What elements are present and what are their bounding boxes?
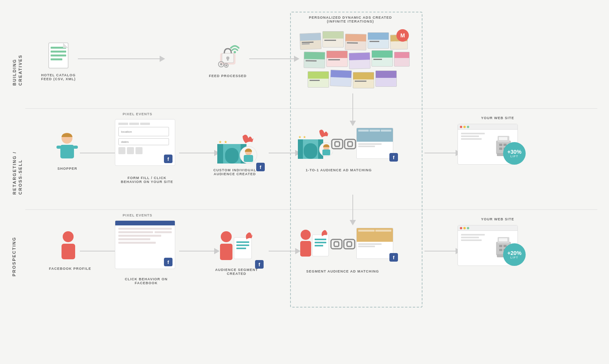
arrow-build-1 xyxy=(78,56,165,62)
arrow-retarg-2 xyxy=(179,150,220,156)
caption-custom-audience: CUSTOM INDIVIDUAL AUDIENCE CREATED xyxy=(209,168,260,176)
lift-label-retarg: LIFT xyxy=(510,155,518,158)
svg-rect-3 xyxy=(51,55,66,56)
arrow-build-2 xyxy=(249,56,299,62)
caption-hotel-feed: HOTEL CATALOG FEED (CSV, XML) xyxy=(41,73,76,81)
caption-your-web-site-2: YOUR WEB SITE xyxy=(466,217,529,221)
svg-rect-20 xyxy=(225,148,239,164)
feed-processed-icon xyxy=(213,41,243,70)
svg-rect-18 xyxy=(73,146,78,149)
svg-rect-55 xyxy=(236,244,249,246)
svg-rect-45 xyxy=(499,144,502,146)
svg-rect-69 xyxy=(499,238,507,241)
svg-text:★: ★ xyxy=(298,135,301,139)
svg-text:★: ★ xyxy=(303,135,306,139)
fb-badge-retarg-audience: f xyxy=(256,163,265,171)
lift-label-prosp: LIFT xyxy=(510,256,518,259)
caption-feed-processed: FEED PROCESSED xyxy=(208,74,247,78)
arrow-retarg-1 xyxy=(80,150,120,156)
svg-point-12 xyxy=(220,63,222,65)
svg-rect-16 xyxy=(60,145,74,158)
svg-rect-61 xyxy=(315,242,326,243)
web-site-card-2: +20% LIFT xyxy=(458,225,518,266)
diagram: BUILDING CREATIVES RETARGETING /CROSS-SE… xyxy=(0,0,609,364)
svg-rect-65 xyxy=(344,239,355,249)
arrow-prosp-2 xyxy=(179,248,220,254)
caption-click-behavior: CLICK BEHAVIOR ON FACEBOOK xyxy=(120,277,172,285)
svg-rect-66 xyxy=(347,242,352,246)
pixel-events-2: PIXEL EVENTS f xyxy=(115,213,175,269)
svg-point-57 xyxy=(301,230,311,240)
arrow-prosp-4 xyxy=(424,248,461,254)
caption-audience-segment: AUDIENCE SEGMENT CREATED xyxy=(214,268,259,276)
audience-segment-icon xyxy=(215,230,254,265)
svg-rect-10 xyxy=(227,58,229,61)
facebook-profile-icon xyxy=(60,230,77,263)
svg-rect-21 xyxy=(217,144,223,164)
prosp-ad-area: f xyxy=(296,228,331,263)
fb-badge-prosp-match: f xyxy=(389,253,398,262)
svg-rect-54 xyxy=(236,241,249,243)
lift-value-retarg: +30% xyxy=(507,149,521,155)
svg-rect-38 xyxy=(335,142,340,146)
svg-rect-64 xyxy=(334,242,339,246)
arrow-retarg-4 xyxy=(424,150,461,156)
web-site-card-1: +30% LIFT xyxy=(458,124,518,165)
label-prospecting: PROSPECTING xyxy=(12,230,16,276)
svg-rect-62 xyxy=(315,245,323,246)
shopper-icon xyxy=(56,132,78,164)
svg-rect-37 xyxy=(332,139,343,149)
label-retargeting: RETARGETING /CROSS-SELL xyxy=(12,125,24,195)
svg-text:★: ★ xyxy=(218,140,222,144)
svg-rect-60 xyxy=(315,239,326,240)
caption-your-web-site-1: YOUR WEB SITE xyxy=(466,116,529,120)
caption-one-to-one: 1-TO-1 AUDIENCE AD MATCHING xyxy=(300,168,378,172)
svg-point-6 xyxy=(234,51,236,53)
svg-rect-63 xyxy=(331,239,342,249)
svg-point-51 xyxy=(221,231,232,242)
svg-rect-47 xyxy=(499,148,502,150)
svg-rect-27 xyxy=(244,155,253,162)
svg-rect-56 xyxy=(236,248,246,249)
svg-rect-29 xyxy=(304,143,317,159)
arrow-prosp-1 xyxy=(80,248,120,254)
personalized-ads-cluster: PERSONALIZED DYNAMIC ADS CREATED (INFINI… xyxy=(296,16,405,91)
caption-form-fill: FORM FILL / CLICK BEHAVIOR ON YOUR SITE xyxy=(117,176,177,184)
custom-audience-icon: ★ ★ xyxy=(215,132,258,165)
label-building: BUILDING CREATIVES xyxy=(12,31,24,86)
caption-shopper: SHOPPER xyxy=(52,167,83,171)
svg-rect-39 xyxy=(345,139,356,149)
fb-badge-retarg-match: f xyxy=(389,153,398,162)
svg-rect-36 xyxy=(322,149,330,155)
svg-rect-50 xyxy=(62,244,75,259)
lift-value-prosp: +20% xyxy=(507,250,521,256)
svg-rect-30 xyxy=(298,139,303,159)
caption-segment-matching: SEGMENT AUDIENCE AD MATCHING xyxy=(300,269,385,273)
svg-rect-17 xyxy=(56,146,61,149)
hotel-feed-icon xyxy=(47,41,70,70)
svg-point-49 xyxy=(63,231,74,242)
pixel-events-1: PIXEL EVENTS location dates f xyxy=(115,112,175,166)
svg-text:★: ★ xyxy=(224,140,227,144)
fb-badge-retarg-form: f xyxy=(164,155,172,163)
svg-rect-58 xyxy=(300,241,311,257)
fb-badge-prosp-segment: f xyxy=(255,260,264,269)
svg-rect-73 xyxy=(499,249,502,251)
svg-point-14 xyxy=(225,65,227,67)
arrow-down-1 xyxy=(350,93,356,126)
svg-rect-43 xyxy=(499,137,507,140)
caption-facebook-profile: FACEBOOK PROFILE xyxy=(47,267,93,271)
svg-rect-52 xyxy=(220,244,232,260)
svg-rect-71 xyxy=(499,245,502,247)
svg-rect-2 xyxy=(51,51,66,53)
svg-rect-40 xyxy=(348,142,352,146)
svg-rect-4 xyxy=(51,58,62,60)
fb-badge-prosp-form: f xyxy=(164,258,172,266)
arrow-down-2 xyxy=(350,195,356,225)
